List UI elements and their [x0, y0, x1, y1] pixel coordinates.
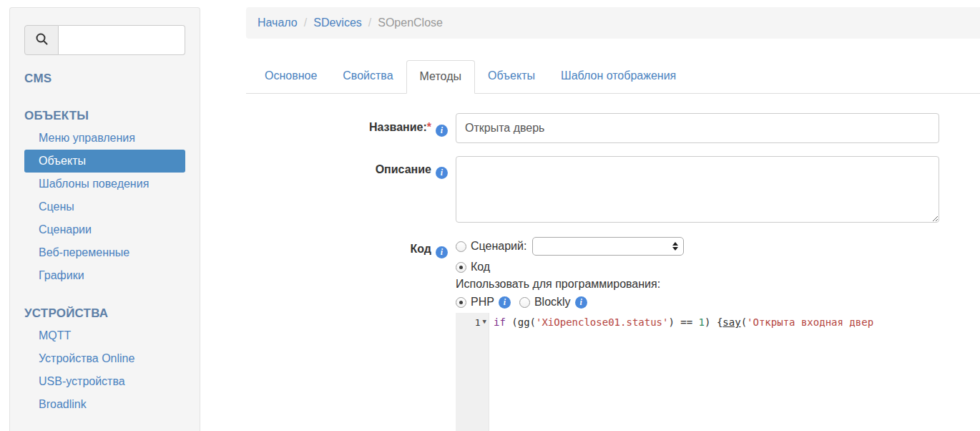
- breadcrumb-separator: /: [362, 16, 378, 29]
- code-editor[interactable]: 1 ▼ if (gg('XiOpenclose01.status') == 1)…: [456, 313, 980, 431]
- breadcrumb-sdevices[interactable]: SDevices: [313, 16, 362, 29]
- search-icon: [35, 32, 49, 49]
- description-textarea[interactable]: [456, 156, 939, 223]
- editor-gutter: 1 ▼: [456, 313, 489, 431]
- name-label: Название:*i: [246, 121, 448, 137]
- info-icon[interactable]: i: [499, 296, 511, 309]
- select-arrows-icon: [672, 242, 678, 251]
- code-option-row: Код: [456, 261, 980, 273]
- scenario-radio-label: Сценарий:: [471, 240, 526, 253]
- info-icon[interactable]: i: [575, 296, 587, 309]
- tab-properties[interactable]: Свойства: [330, 60, 406, 93]
- sidebar-item-devices-online[interactable]: Устройства Online: [24, 347, 185, 370]
- required-mark: *: [427, 121, 431, 133]
- tab-bar: Основное Свойства Методы Объекты Шаблон …: [246, 60, 980, 94]
- scenario-radio[interactable]: [456, 241, 466, 252]
- info-icon[interactable]: i: [436, 125, 448, 137]
- sidebar-item-objects[interactable]: Объекты: [24, 150, 185, 173]
- sidebar-item-mqtt[interactable]: MQTT: [24, 324, 185, 347]
- sidebar-item-scenarios[interactable]: Сценарии: [24, 218, 185, 241]
- breadcrumb-home[interactable]: Начало: [258, 16, 298, 29]
- blockly-radio-label: Blockly: [534, 296, 571, 309]
- php-radio[interactable]: [456, 297, 466, 308]
- code-controls: Сценарий: Код Использовать для программи…: [456, 237, 980, 309]
- sidebar-item-web-variables[interactable]: Веб-переменные: [24, 241, 185, 264]
- scenario-select[interactable]: [532, 237, 684, 256]
- sidebar-item-control-menu[interactable]: Меню управления: [24, 127, 185, 150]
- php-radio-label: PHP: [471, 296, 494, 309]
- name-label-text: Название:: [369, 121, 427, 133]
- scenario-option-row: Сценарий:: [456, 237, 980, 256]
- tab-methods[interactable]: Методы: [406, 60, 475, 94]
- tab-main[interactable]: Основное: [252, 60, 330, 93]
- breadcrumb-separator: /: [298, 16, 313, 29]
- sidebar-item-charts[interactable]: Графики: [24, 264, 185, 287]
- info-icon[interactable]: i: [436, 167, 448, 179]
- sidebar-heading-cms[interactable]: CMS: [24, 68, 185, 89]
- language-row: PHP i Blockly i: [456, 296, 980, 309]
- name-input[interactable]: [456, 113, 939, 143]
- code-label-text: Код: [411, 243, 431, 255]
- search-input[interactable]: [59, 25, 185, 55]
- description-label-text: Описание: [376, 163, 431, 175]
- search-button[interactable]: [24, 25, 59, 55]
- sidebar-search: [24, 25, 185, 55]
- sidebar-item-broadlink[interactable]: Broadlink: [24, 393, 185, 416]
- sidebar: CMS ОБЪЕКТЫ Меню управления Объекты Шабл…: [9, 7, 200, 431]
- sidebar-item-scenes[interactable]: Сцены: [24, 195, 185, 218]
- code-radio-label: Код: [471, 261, 490, 273]
- breadcrumb-current: SOpenClose: [378, 16, 443, 29]
- sidebar-heading-objects[interactable]: ОБЪЕКТЫ: [24, 105, 185, 127]
- fold-arrow-icon[interactable]: ▼: [483, 318, 486, 325]
- line-number: 1: [475, 317, 481, 328]
- tab-display-template[interactable]: Шаблон отображения: [548, 60, 689, 93]
- tab-objects[interactable]: Объекты: [475, 60, 548, 93]
- sidebar-item-behavior-templates[interactable]: Шаблоны поведения: [24, 173, 185, 195]
- code-radio[interactable]: [456, 262, 466, 273]
- usage-label: Использовать для программирования:: [456, 278, 980, 291]
- info-icon[interactable]: i: [436, 246, 448, 258]
- blockly-radio[interactable]: [519, 297, 530, 308]
- breadcrumb: Начало / SDevices / SOpenClose: [246, 7, 980, 39]
- sidebar-item-usb-devices[interactable]: USB-устройства: [24, 370, 185, 393]
- sidebar-heading-devices[interactable]: УСТРОЙСТВА: [24, 303, 185, 324]
- code-label: Кодi: [246, 243, 448, 258]
- description-label: Описаниеi: [246, 163, 448, 179]
- code-line-content[interactable]: if (gg('XiOpenclose01.status') == 1) {sa…: [489, 313, 873, 431]
